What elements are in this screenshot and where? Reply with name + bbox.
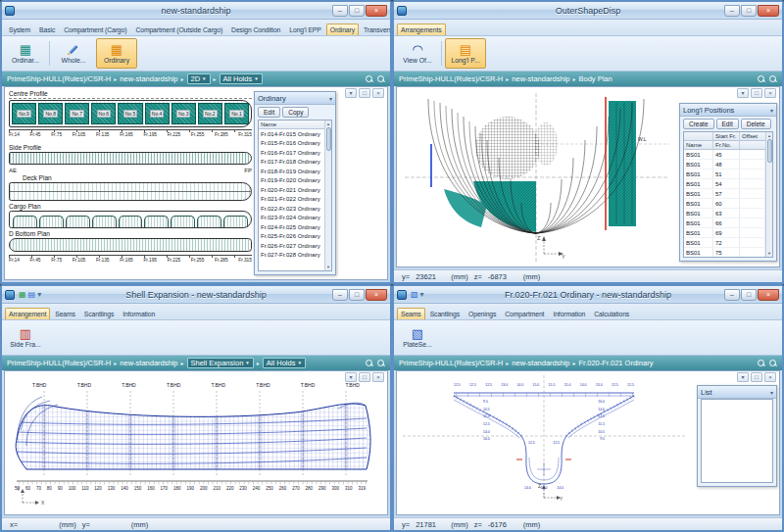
tab-compartment-outside-cargo[interactable]: Compartment (Outside Cargo) bbox=[131, 24, 226, 35]
tab-information[interactable]: Information bbox=[549, 308, 589, 319]
drawing-canvas[interactable]: ▾ □ × bbox=[396, 370, 780, 515]
zoom-in-icon[interactable] bbox=[366, 75, 373, 83]
hold-box[interactable]: No.2 bbox=[198, 103, 222, 124]
list-item[interactable]: Fr.023-Fr.024 Ordinary bbox=[259, 214, 324, 223]
copy-button[interactable]: Copy bbox=[282, 107, 309, 118]
chevron-down-icon[interactable]: ▾ bbox=[37, 291, 41, 299]
zoom-out-icon[interactable] bbox=[769, 360, 777, 367]
scroll-down-icon[interactable]: ▼ bbox=[326, 264, 330, 270]
edit-button[interactable]: Edit bbox=[716, 119, 739, 129]
column-header-frno[interactable]: Fr.No. bbox=[713, 141, 740, 149]
table-row[interactable]: BS01 54 bbox=[684, 179, 765, 189]
zoom-out-icon[interactable] bbox=[377, 360, 385, 367]
tab-arrangement[interactable]: Arrangement bbox=[5, 308, 50, 319]
list-item[interactable]: Fr.022-Fr.023 Ordinary bbox=[259, 204, 324, 214]
tab-scantlings[interactable]: Scantlings bbox=[426, 308, 464, 319]
empty-list[interactable] bbox=[701, 399, 773, 483]
close-button[interactable]: × bbox=[366, 5, 387, 17]
tab-information[interactable]: Information bbox=[119, 308, 159, 319]
scrollbar-thumb[interactable] bbox=[767, 139, 772, 163]
minimize-button[interactable]: – bbox=[724, 289, 740, 301]
list-item[interactable]: Fr.017-Fr.018 Ordinary bbox=[259, 158, 324, 168]
list-item[interactable]: Fr.020-Fr.021 Ordinary bbox=[259, 185, 324, 195]
minimize-button[interactable]: – bbox=[724, 5, 740, 17]
maximize-button[interactable]: □ bbox=[741, 289, 757, 301]
minimize-button[interactable]: – bbox=[332, 5, 348, 17]
breadcrumb-root[interactable]: PrimeShip-HULL(Rules)/CSR-H bbox=[399, 359, 503, 367]
float-icon[interactable]: □ bbox=[359, 372, 370, 382]
breadcrumb-view[interactable]: Fr.020-Fr.021 Ordinary bbox=[579, 359, 654, 367]
zoom-in-icon[interactable] bbox=[758, 75, 765, 83]
table-row[interactable]: BS01 75 bbox=[684, 248, 765, 257]
tab-longl-epp[interactable]: Long'l EPP bbox=[285, 24, 324, 35]
column-header-start-fr[interactable]: Start Fr. bbox=[713, 132, 740, 140]
scrollbar-thumb[interactable] bbox=[326, 127, 331, 151]
tab-calculations[interactable]: Calculations bbox=[590, 308, 633, 319]
close-button[interactable]: × bbox=[758, 5, 779, 17]
scroll-up-icon[interactable]: ▲ bbox=[326, 121, 330, 127]
zoom-out-icon[interactable] bbox=[377, 75, 385, 83]
list-item[interactable]: Fr.021-Fr.022 Ordinary bbox=[259, 195, 324, 205]
breadcrumb-root[interactable]: PrimeShip-HULL(Rules)/CSR-H bbox=[399, 74, 503, 83]
float-icon[interactable]: □ bbox=[751, 372, 762, 382]
hold-box[interactable]: No.5 bbox=[118, 103, 142, 124]
tab-scantlings[interactable]: Scantlings bbox=[80, 308, 118, 319]
toolbar-button-ordinar[interactable]: ▦ Ordinar... bbox=[5, 38, 46, 69]
close-icon[interactable]: × bbox=[764, 88, 776, 98]
edit-button[interactable]: Edit bbox=[258, 107, 280, 118]
table-row[interactable]: BS01 72 bbox=[684, 238, 765, 248]
table-row[interactable]: BS01 48 bbox=[684, 160, 765, 169]
close-icon[interactable]: × bbox=[372, 372, 384, 382]
panel-menu-icon[interactable]: ▾ bbox=[770, 389, 773, 396]
hold-box[interactable]: No.9 bbox=[12, 103, 36, 124]
toolbar-button-ordinary[interactable]: ▦ Ordinary bbox=[96, 38, 137, 69]
tab-openings[interactable]: Openings bbox=[465, 308, 500, 319]
tab-seams[interactable]: Seams bbox=[51, 308, 79, 319]
list-item[interactable]: Fr.018-Fr.019 Ordinary bbox=[259, 167, 324, 176]
tab-compartment[interactable]: Compartment bbox=[501, 308, 548, 319]
toolbar-button-whole[interactable]: Whole... bbox=[53, 38, 94, 69]
breadcrumb-dropdown-view[interactable]: Shell Expansion ▼ bbox=[187, 358, 254, 368]
create-button[interactable]: Create bbox=[683, 119, 714, 129]
titlebar[interactable]: new-standardship – □ × bbox=[2, 2, 390, 20]
toolbar-button-side-fra[interactable]: ▥ Side Fra... bbox=[5, 322, 46, 353]
tab-seams[interactable]: Seams bbox=[397, 308, 425, 319]
delete-button[interactable]: Delete bbox=[741, 119, 771, 129]
toolbar-button-view-of[interactable]: ◠ View Of... bbox=[397, 38, 438, 69]
zoom-out-icon[interactable] bbox=[769, 75, 777, 83]
zoom-in-icon[interactable] bbox=[758, 360, 765, 367]
table-row[interactable]: BS01 60 bbox=[684, 199, 765, 209]
list-item[interactable]: Fr.014-Fr.015 Ordinary bbox=[259, 129, 324, 139]
breadcrumb-dropdown-holds[interactable]: All Holds ▼ bbox=[263, 358, 306, 368]
toolbar-button-longl-p[interactable]: ▤ Long'l P... bbox=[445, 38, 486, 69]
table-row[interactable]: BS01 51 bbox=[684, 169, 765, 179]
breadcrumb-project[interactable]: new-standardship bbox=[512, 359, 569, 367]
zoom-in-icon[interactable] bbox=[366, 360, 373, 367]
toolbar-button-plate-se[interactable]: ▧ PlateSe... bbox=[397, 322, 438, 353]
tab-basic[interactable]: Basic bbox=[35, 24, 59, 35]
drawing-canvas[interactable]: ▾ □ × bbox=[396, 86, 780, 267]
close-icon[interactable]: × bbox=[764, 372, 776, 382]
table-row[interactable]: BS01 57 bbox=[684, 189, 765, 199]
hold-box[interactable]: No.7 bbox=[65, 103, 89, 124]
breadcrumb-view[interactable]: Body Plan bbox=[579, 74, 612, 83]
hold-box[interactable]: No.8 bbox=[38, 103, 63, 124]
table-icon[interactable]: ▤ bbox=[28, 291, 36, 299]
plate-icon[interactable]: ▧ bbox=[411, 291, 418, 299]
list-item[interactable]: Fr.025-Fr.026 Ordinary bbox=[259, 232, 324, 242]
hold-box[interactable]: No.6 bbox=[91, 103, 116, 124]
chevron-down-icon[interactable]: ▾ bbox=[420, 291, 424, 299]
scrollbar[interactable]: ▲ ▼ bbox=[324, 121, 331, 270]
hold-box[interactable]: No.4 bbox=[145, 103, 170, 124]
dropdown-icon[interactable]: ▾ bbox=[345, 372, 357, 382]
breadcrumb-project[interactable]: new-standardship bbox=[120, 359, 177, 367]
column-header-name[interactable]: Name bbox=[684, 141, 713, 149]
close-icon[interactable]: × bbox=[372, 88, 384, 98]
minimize-button[interactable]: – bbox=[332, 289, 348, 301]
breadcrumb-root[interactable]: PrimeShip-HULL(Rules)/CSR-H bbox=[7, 74, 111, 83]
tab-ordinary[interactable]: Ordinary bbox=[326, 24, 359, 35]
hold-box[interactable]: No.3 bbox=[172, 103, 196, 124]
float-icon[interactable]: □ bbox=[751, 88, 762, 98]
titlebar[interactable]: ▧ ▾ Fr.020-Fr.021 Ordinary - new-standar… bbox=[394, 286, 782, 304]
close-button[interactable]: × bbox=[758, 289, 779, 301]
